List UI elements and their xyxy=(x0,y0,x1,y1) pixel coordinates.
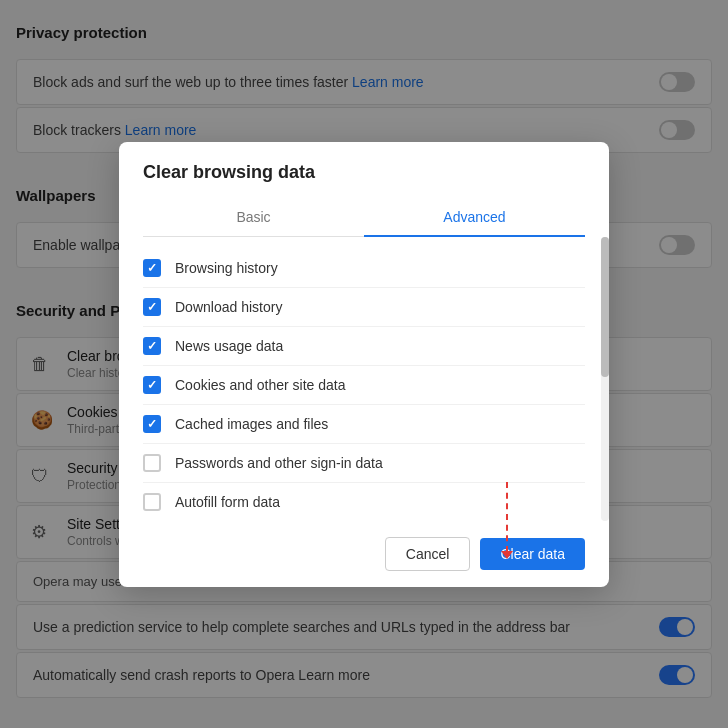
checkbox-label-3: Cookies and other site data xyxy=(175,377,345,393)
dialog-tabs: Basic Advanced xyxy=(143,199,585,237)
checkbox-row[interactable]: Download history xyxy=(143,288,585,327)
checkbox-label-0: Browsing history xyxy=(175,260,278,276)
checkbox-row[interactable]: Cached images and files xyxy=(143,405,585,444)
dashed-line xyxy=(506,482,508,552)
modal-overlay: Clear browsing data Basic Advanced Brows… xyxy=(0,0,728,728)
checkbox-label-1: Download history xyxy=(175,299,282,315)
checkbox-label-4: Cached images and files xyxy=(175,416,328,432)
checkbox-6[interactable] xyxy=(143,493,161,511)
dialog-title: Clear browsing data xyxy=(143,162,585,183)
dialog-footer: Cancel Clear data xyxy=(119,521,609,587)
dialog-body: Browsing historyDownload historyNews usa… xyxy=(119,237,609,521)
clear-browsing-dialog: Clear browsing data Basic Advanced Brows… xyxy=(119,142,609,587)
checkbox-row[interactable]: News usage data xyxy=(143,327,585,366)
checkbox-label-6: Autofill form data xyxy=(175,494,280,510)
clear-data-button[interactable]: Clear data xyxy=(480,538,585,570)
arrow-head xyxy=(501,551,513,559)
checkbox-0[interactable] xyxy=(143,259,161,277)
checkbox-4[interactable] xyxy=(143,415,161,433)
tab-advanced[interactable]: Advanced xyxy=(364,199,585,237)
tab-basic[interactable]: Basic xyxy=(143,199,364,236)
checkbox-3[interactable] xyxy=(143,376,161,394)
checkbox-row[interactable]: Passwords and other sign-in data xyxy=(143,444,585,483)
scrollbar-track xyxy=(601,237,609,521)
dialog-scroll-area: Browsing historyDownload historyNews usa… xyxy=(119,237,609,521)
checkbox-5[interactable] xyxy=(143,454,161,472)
scrollbar-thumb[interactable] xyxy=(601,237,609,377)
checkbox-row[interactable]: Cookies and other site data xyxy=(143,366,585,405)
cancel-button[interactable]: Cancel xyxy=(385,537,471,571)
dialog-header: Clear browsing data Basic Advanced xyxy=(119,142,609,237)
checkbox-label-2: News usage data xyxy=(175,338,283,354)
checkbox-label-5: Passwords and other sign-in data xyxy=(175,455,383,471)
checkbox-2[interactable] xyxy=(143,337,161,355)
checkbox-row[interactable]: Browsing history xyxy=(143,249,585,288)
checkbox-1[interactable] xyxy=(143,298,161,316)
scroll-hint-arrow xyxy=(501,482,513,559)
checkbox-row[interactable]: Autofill form data xyxy=(143,483,585,521)
